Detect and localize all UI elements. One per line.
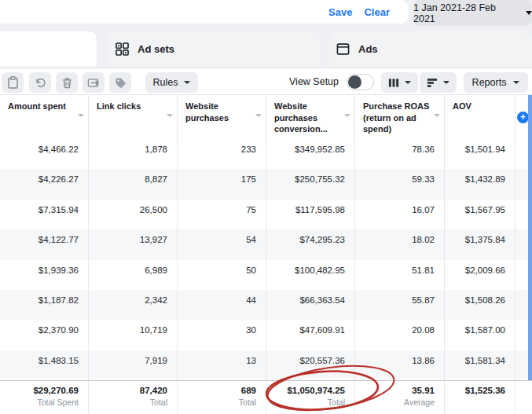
table-header: Amount spent Link clicks Website purchas…: [0, 95, 532, 139]
column-header-amount-spent[interactable]: Amount spent: [0, 95, 89, 139]
table-cell: $349,952.85: [266, 139, 355, 169]
table-cell: $20,557.36: [266, 350, 355, 380]
filters-bar: Save Clear: [0, 0, 409, 24]
paste-button[interactable]: [2, 72, 24, 93]
column-header-website-purchases[interactable]: Website purchases: [178, 95, 266, 139]
undo-button[interactable]: [29, 72, 51, 93]
column-header-purchase-roas[interactable]: Purchase ROAS (return on ad spend): [355, 95, 445, 139]
tag-icon: [115, 77, 127, 89]
columns-button[interactable]: [381, 72, 418, 93]
table-row[interactable]: $4,466.221,878233$349,952.8578.36$1,501.…: [0, 139, 532, 169]
table-row[interactable]: $4,122.7713,92754$74,295.2318.02$1,375.8…: [0, 229, 532, 259]
table-cell: 30: [178, 320, 266, 350]
table-cell: 20.08: [355, 320, 445, 350]
table-cell: 13: [178, 350, 266, 380]
breakdown-button[interactable]: [420, 72, 457, 93]
table-cell: 54: [178, 229, 266, 259]
total-value: $1,525.36: [465, 386, 505, 395]
tab-ad-sets-label: Ad sets: [138, 43, 174, 55]
reports-label: Reports: [472, 77, 507, 88]
delete-button[interactable]: [56, 72, 78, 93]
column-header-label: Link clicks: [97, 101, 141, 111]
table-cell: $4,122.77: [0, 229, 89, 259]
table-cell: $1,375.84: [445, 229, 515, 259]
table-cell: $1,939.36: [0, 260, 89, 290]
table-cell: 233: [178, 139, 266, 169]
table-cell: $2,370.90: [0, 320, 89, 350]
table-row[interactable]: $2,370.9010,71930$47,609.9120.08$1,587.0…: [0, 320, 532, 350]
total-amount-spent: $29,270.69 Total Spent: [0, 381, 89, 414]
table-row[interactable]: $1,483.157,91913$20,557.3613.86$1,581.34: [0, 350, 532, 380]
table-cell: $66,363.54: [266, 290, 355, 320]
table-cell: 18.02: [355, 229, 445, 259]
paste-clipboard-icon: [7, 76, 19, 89]
table-cell: 59.33: [355, 169, 445, 199]
column-header-label: Website purchases: [185, 101, 229, 123]
table-cell: $100,482.95: [266, 260, 355, 290]
table-row[interactable]: $1,187.822,34244$66,363.5455.87$1,508.26: [0, 290, 532, 320]
total-label: Average: [404, 398, 435, 407]
column-header-aov[interactable]: AOV: [445, 95, 515, 139]
table-row[interactable]: $1,939.366,98950$100,482.9551.81$2,009.6…: [0, 260, 532, 290]
column-header-label: Purchase ROAS (return on ad spend): [363, 101, 429, 134]
table-cell: 13.86: [355, 350, 445, 380]
total-link-clicks: 87,420 Total: [89, 381, 178, 414]
clear-link[interactable]: Clear: [364, 6, 390, 18]
table-cell: 55.87: [355, 290, 445, 320]
chevron-down-icon: [526, 11, 532, 15]
table-cell: $4,466.22: [0, 139, 89, 169]
table-cell: 2,342: [89, 290, 178, 320]
table-cell: $47,609.91: [266, 320, 355, 350]
ad-sets-grid-icon: [116, 42, 129, 56]
column-header-link-clicks[interactable]: Link clicks: [89, 95, 178, 139]
save-link[interactable]: Save: [328, 6, 352, 18]
chevron-down-icon: [184, 81, 190, 84]
table-cell: 16.07: [355, 200, 445, 229]
date-range-label: 1 Jan 2021-28 Feb 2021: [413, 2, 519, 24]
tag-button[interactable]: [109, 72, 131, 93]
right-edge-highlight-strip: [528, 95, 532, 380]
table-cell: 44: [178, 290, 266, 320]
table-cell: 10,719: [89, 320, 178, 350]
ads-manager-screen: Save Clear 1 Jan 2021-28 Feb 2021 Ad set…: [0, 0, 532, 414]
table-cell: $1,581.34: [445, 350, 515, 380]
view-setup-toggle[interactable]: [347, 74, 374, 90]
column-header-label: Amount spent: [8, 101, 66, 111]
table-cell: 51.81: [355, 260, 445, 290]
reports-button[interactable]: Reports: [464, 72, 528, 93]
date-range-selector[interactable]: 1 Jan 2021-28 Feb 2021: [413, 0, 532, 26]
rules-button[interactable]: Rules: [145, 72, 198, 93]
table-cell: 50: [178, 260, 266, 290]
undo-icon: [35, 77, 46, 89]
rules-label: Rules: [153, 77, 178, 88]
tab-selected[interactable]: [0, 31, 97, 66]
average-roas: 35.91 Average: [355, 381, 445, 414]
chevron-down-icon: [405, 81, 411, 84]
table-row[interactable]: $7,315.9426,50075$117,595.9816.07$1,567.…: [0, 200, 532, 229]
duplicate-button[interactable]: [83, 72, 105, 93]
total-label: Total: [328, 398, 345, 407]
duplicate-arrow-icon: [87, 77, 101, 89]
table-row[interactable]: $4,226.278,827175$250,755.3259.33$1,432.…: [0, 169, 532, 199]
tab-ads[interactable]: Ads: [328, 31, 532, 66]
view-setup-label: View Setup: [289, 76, 339, 87]
chevron-down-icon: [513, 81, 519, 84]
columns-icon: [388, 78, 399, 88]
table-body: $4,466.221,878233$349,952.8578.36$1,501.…: [0, 139, 532, 380]
chevron-down-icon: [443, 81, 449, 84]
total-aov: $1,525.36: [445, 381, 515, 414]
column-header-purchases-conversion-value[interactable]: Website purchases conversion...: [266, 95, 355, 139]
table-cell: $1,508.26: [445, 290, 515, 320]
tab-ads-label: Ads: [358, 43, 378, 55]
table-cell: 1,878: [89, 139, 178, 169]
total-label: Total: [150, 398, 167, 407]
table-cell: $117,595.98: [266, 200, 355, 229]
table-cell: 175: [178, 169, 266, 199]
total-label: Total Spent: [37, 398, 79, 407]
ads-frame-icon: [336, 42, 350, 56]
table-cell: 7,919: [89, 350, 178, 380]
tab-ad-sets[interactable]: Ad sets: [108, 31, 321, 66]
table-cell: $1,187.82: [0, 290, 89, 320]
sort-caret-icon: [344, 114, 350, 117]
table-cell: $7,315.94: [0, 200, 89, 229]
